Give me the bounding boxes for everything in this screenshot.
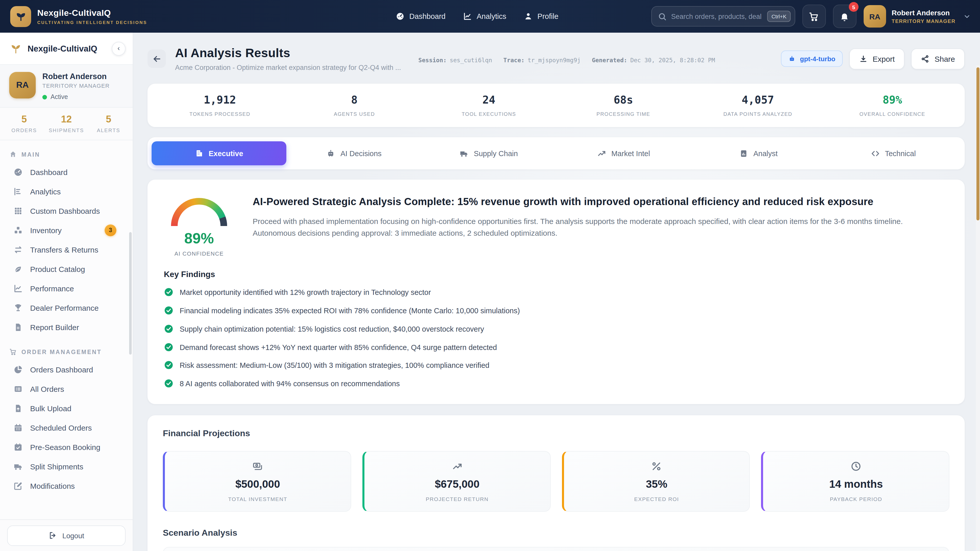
stat-shipments[interactable]: 12 SHIPMENTS xyxy=(45,114,87,133)
global-search[interactable]: Ctrl+K xyxy=(651,6,795,27)
brand-name: Nexgile-CultivaIQ xyxy=(37,8,147,18)
topnav-analytics[interactable]: Analytics xyxy=(463,12,506,21)
stat-label: TOOL EXECUTIONS xyxy=(422,111,556,117)
sidebar-item-report-builder[interactable]: Report Builder xyxy=(0,318,133,337)
search-icon xyxy=(658,12,667,21)
arrow-left-icon xyxy=(152,54,162,64)
sidebar-item-split-shipments[interactable]: Split Shipments xyxy=(0,457,133,476)
metric-projected-return: $675,000 PROJECTED RETURN xyxy=(363,451,551,512)
stat-time: 68s PROCESSING TIME xyxy=(556,94,690,117)
sidebar-item-inventory[interactable]: Inventory 3 xyxy=(0,221,133,240)
sidebar-item-transfers-returns[interactable]: Transfers & Returns xyxy=(0,240,133,259)
download-icon xyxy=(859,54,867,63)
code-icon xyxy=(870,149,880,158)
back-button[interactable] xyxy=(148,49,166,68)
sidebar-item-pre-season-booking[interactable]: Pre-Season Booking xyxy=(0,437,133,457)
stat-orders[interactable]: 5 ORDERS xyxy=(3,114,45,133)
page-header: AI Analysis Results Acme Corporation - O… xyxy=(148,46,965,71)
sidebar-item-modifications[interactable]: Modifications xyxy=(0,476,133,495)
cart-button[interactable] xyxy=(802,5,826,28)
tab-market-intel[interactable]: Market Intel xyxy=(556,141,691,165)
page-scrollbar[interactable] xyxy=(976,65,980,551)
metric-label: PROJECTED RETURN xyxy=(426,496,488,502)
sidebar-collapse-button[interactable]: ‹ xyxy=(112,41,126,56)
sidebar-item-performance[interactable]: Performance xyxy=(0,279,133,298)
tab-label: AI Decisions xyxy=(340,149,382,157)
stat-label: DATA POINTS ANALYZED xyxy=(690,111,825,117)
user-menu[interactable]: RA Robert Anderson TERRITORY MANAGER xyxy=(864,5,971,27)
item-label: Dashboard xyxy=(30,168,68,176)
stat-alerts-value: 5 xyxy=(88,114,130,125)
sidebar-item-all-orders[interactable]: All Orders xyxy=(0,379,133,399)
sidebar-item-dealer-performance[interactable]: Dealer Performance xyxy=(0,298,133,318)
topnav-dashboard[interactable]: Dashboard xyxy=(396,12,445,21)
search-shortcut: Ctrl+K xyxy=(767,11,791,22)
metric-value: 14 months xyxy=(829,478,883,490)
notification-count-badge: 5 xyxy=(849,2,859,12)
item-label: Pre-Season Booking xyxy=(30,443,100,451)
financial-projections-title: Financial Projections xyxy=(163,429,950,439)
brand: Nexgile-CultivaIQ CULTIVATING INTELLIGEN… xyxy=(10,6,147,27)
item-label: Inventory xyxy=(30,226,62,234)
sidebar-item-scheduled-orders[interactable]: Scheduled Orders xyxy=(0,418,133,437)
sidebar-item-orders-dashboard[interactable]: Orders Dashboard xyxy=(0,360,133,379)
finding-item: Supply chain optimization potential: 15%… xyxy=(163,324,947,334)
sidebar-item-custom-dashboards[interactable]: Custom Dashboards xyxy=(0,201,133,221)
page-title-block: AI Analysis Results Acme Corporation - O… xyxy=(175,46,401,71)
metric-label: PAYBACK PERIOD xyxy=(830,496,882,502)
finding-item: Risk assessment: Medium-Low (35/100) wit… xyxy=(163,360,947,371)
stat-value: 8 xyxy=(287,94,422,106)
search-input[interactable] xyxy=(671,13,763,20)
page-title: AI Analysis Results xyxy=(175,46,401,60)
building-icon xyxy=(195,149,204,158)
scenario-analysis-title: Scenario Analysis xyxy=(163,528,950,538)
topnav-profile[interactable]: Profile xyxy=(524,12,558,21)
model-badge[interactable]: gpt-4-turbo xyxy=(781,51,843,67)
sidebar-item-product-catalog[interactable]: Product Catalog xyxy=(0,259,133,279)
calendar-icon xyxy=(13,423,23,432)
truck-icon xyxy=(460,149,469,158)
sidebar-item-dashboard[interactable]: Dashboard xyxy=(0,162,133,182)
sidebar-user-role: TERRITORY MANAGER xyxy=(42,83,110,89)
boxes-icon xyxy=(13,225,23,235)
sidebar-item-bulk-upload[interactable]: Bulk Upload xyxy=(0,399,133,418)
finding-text: Demand forecast shows +12% YoY next quar… xyxy=(180,342,497,352)
tab-label: Analyst xyxy=(753,149,778,157)
edit-icon xyxy=(13,481,23,491)
session-meta: Session:ses_cuti6lqn Trace:tr_mjspoyn9mg… xyxy=(418,57,715,64)
item-label: Custom Dashboards xyxy=(30,206,100,215)
sidebar-user-info: Robert Anderson TERRITORY MANAGER Active xyxy=(42,72,110,100)
export-button[interactable]: Export xyxy=(849,48,904,69)
main-content: AI Analysis Results Acme Corporation - O… xyxy=(133,33,980,551)
metric-label: TOTAL INVESTMENT xyxy=(228,496,287,502)
stat-value: 1,912 xyxy=(153,94,287,106)
trending-up-icon xyxy=(452,461,463,472)
logout-button[interactable]: Logout xyxy=(7,525,126,546)
stat-alerts[interactable]: 5 ALERTS xyxy=(88,114,130,133)
notifications-button[interactable]: 5 xyxy=(833,5,856,28)
gauge-icon xyxy=(13,167,23,177)
tab-ai-decisions[interactable]: AI Decisions xyxy=(286,141,421,165)
tab-technical[interactable]: Technical xyxy=(826,141,961,165)
user-name: Robert Anderson xyxy=(892,9,956,17)
status-label: Active xyxy=(51,94,68,100)
stat-shipments-label: SHIPMENTS xyxy=(45,127,87,133)
tab-supply-chain[interactable]: Supply Chain xyxy=(422,141,556,165)
stat-label: TOKENS PROCESSED xyxy=(153,111,287,117)
sidebar-item-analytics[interactable]: Analytics xyxy=(0,182,133,201)
share-button[interactable]: Share xyxy=(911,48,965,69)
tab-label: Executive xyxy=(208,149,243,157)
section-order-management-label: ORDER MANAGEMENT xyxy=(21,349,102,355)
financial-cards: $500,000 TOTAL INVESTMENT $675,000 PROJE… xyxy=(163,451,950,512)
tab-executive[interactable]: Executive xyxy=(151,141,286,165)
trophy-icon xyxy=(13,303,23,313)
metric-value: $675,000 xyxy=(435,478,479,490)
sidebar-scrollbar-thumb[interactable] xyxy=(129,232,132,354)
stat-label: PROCESSING TIME xyxy=(556,111,690,117)
page-scrollbar-thumb[interactable] xyxy=(977,67,980,221)
finding-item: Financial modeling indicates 35% expecte… xyxy=(163,306,947,316)
calendar-check-icon xyxy=(13,442,23,452)
finding-text: Financial modeling indicates 35% expecte… xyxy=(180,306,520,316)
sidebar-user-card: RA Robert Anderson TERRITORY MANAGER Act… xyxy=(0,65,133,108)
tab-analyst[interactable]: Analyst xyxy=(691,141,826,165)
